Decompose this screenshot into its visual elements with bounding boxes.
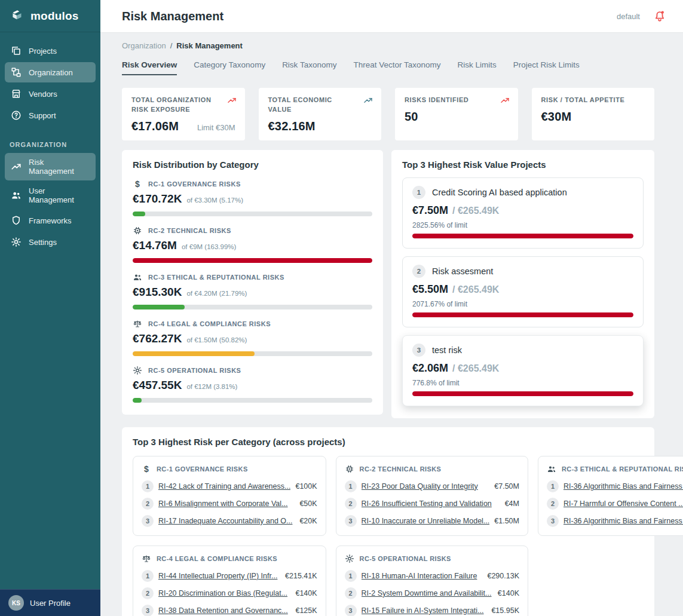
risk-row: 2 RI-7 Harmful or Offensive Content ... … [547,498,683,510]
risk-value: €50K [299,499,317,508]
rank-badge: 3 [412,344,425,357]
risk-link[interactable]: RI-38 Data Retention and Governanc... [158,606,290,615]
risk-link[interactable]: RI-2 System Downtime and Availabilit... [362,589,493,597]
sidebar-item-label: Projects [29,47,57,56]
stat-cards: TOTAL ORGANIZATION RISK EXPOSURE €17.06M… [122,88,654,140]
stat-value: €17.06M [131,119,179,133]
project-value: €5.50M [412,283,448,296]
rank-badge: 3 [345,605,357,616]
sidebar-item-label: Settings [29,238,57,247]
distribution-row-rc3: RC-3 ETHICAL & REPUTATIONAL RISKS €915.3… [133,272,372,309]
category-value: €14.76M [133,239,177,252]
risk-row: 2 RI-20 Discrimination or Bias (Regulat.… [142,587,317,599]
rank-badge: 3 [142,515,154,527]
risk-value: €1.50M [494,517,519,525]
rank-badge: 1 [345,480,357,492]
risk-link[interactable]: RI-17 Inadequate Accountability and O... [158,517,295,525]
scales-icon [142,554,151,563]
progress-fill [133,212,145,216]
distribution-row-rc4: RC-4 LEGAL & COMPLIANCE RISKS €762.27K o… [133,319,372,356]
sidebar-item-risk-management[interactable]: Risk Management [5,153,96,180]
panel-title: Top 3 Highest Risk per Category (across … [133,437,644,447]
app-logo[interactable]: modulos [0,0,100,32]
risk-row: 2 RI-2 System Downtime and Availabilit..… [345,587,519,599]
project-name: Risk assesment [432,266,493,276]
project-card-3[interactable]: 3 test risk €2.06M / €265.49K 776.8% of … [402,335,644,406]
support-icon [11,110,22,121]
primary-nav: Projects Organization Vendors Support [0,32,100,127]
breadcrumb-current: Risk Management [176,41,243,50]
rank-badge: 3 [547,515,559,527]
sidebar-item-support[interactable]: Support [5,105,96,125]
sidebar-item-label: User Management [29,186,90,204]
risk-link[interactable]: RI-20 Discrimination or Bias (Regulat... [158,589,290,597]
risk-row: 1 RI-23 Poor Data Quality or Integrity €… [345,480,519,492]
gear-icon [11,237,22,247]
risk-value: €125K [295,606,317,615]
sidebar-item-vendors[interactable]: Vendors [5,84,96,104]
risk-row: 1 RI-18 Human-AI Interaction Failure €29… [345,570,519,582]
category-label: RC-5 OPERATIONAL RISKS [148,367,241,374]
sidebar-item-organization[interactable]: Organization [5,62,96,82]
risk-row: 3 RI-17 Inadequate Accountability and O.… [142,515,317,527]
risk-row: 1 RI-44 Intellectual Property (IP) Infr.… [142,570,317,582]
stat-label: TOTAL ECONOMIC VALUE [268,96,372,115]
sidebar-item-frameworks[interactable]: Frameworks [5,210,96,231]
risk-link[interactable]: RI-36 Algorithmic Bias and Fairness I... [563,482,683,491]
risk-distribution-panel: Risk Distribution by Category $ RC-1 GOV… [122,150,383,415]
rank-badge: 3 [345,515,357,527]
tab-threat-vector-taxonomy[interactable]: Threat Vector Taxonomy [353,60,440,75]
risk-link[interactable]: RI-26 Insufficient Testing and Validatio… [362,499,500,508]
risk-link[interactable]: RI-42 Lack of Training and Awareness... [158,482,290,491]
organization-nav: Risk Management User Management Framewor… [0,153,100,253]
category-card-rc5: RC-5 OPERATIONAL RISKS 1 RI-18 Human-AI … [336,545,528,616]
tab-category-taxonomy[interactable]: Category Taxonomy [194,60,265,75]
progress-fill [133,351,255,356]
risk-link[interactable]: RI-18 Human-AI Interaction Failure [362,572,483,580]
stat-label: TOTAL ORGANIZATION RISK EXPOSURE [131,96,235,115]
sidebar-item-projects[interactable]: Projects [5,41,96,61]
progress-fill [412,391,633,396]
category-card-rc3: RC-3 ETHICAL & REPUTATIONAL RISKS 1 RI-3… [538,456,683,536]
progress-track [133,351,372,356]
risk-link[interactable]: RI-36 Algorithmic Bias and Fairness Is..… [563,517,683,525]
tab-risk-overview[interactable]: Risk Overview [122,60,177,75]
category-label: RC-1 GOVERNANCE RISKS [157,465,248,473]
risk-link[interactable]: RI-6 Misalignment with Corporate Val... [158,499,295,508]
risk-value: €20K [299,517,317,525]
progress-track [133,305,372,309]
progress-fill [133,398,142,403]
projects-icon [11,45,22,56]
risk-value: €15.95K [491,606,519,615]
risk-link[interactable]: RI-7 Harmful or Offensive Content ... [563,499,683,508]
risk-link[interactable]: RI-10 Inaccurate or Unreliable Model... [362,517,490,525]
rank-badge: 1 [345,570,357,582]
risk-link[interactable]: RI-15 Failure in AI-System Integrati... [362,606,487,615]
breadcrumb-organization[interactable]: Organization [122,41,166,50]
rank-badge: 2 [345,498,357,510]
sidebar-item-settings[interactable]: Settings [5,232,96,252]
tab-project-risk-limits[interactable]: Project Risk Limits [513,60,580,75]
bell-icon[interactable] [653,10,666,23]
category-label: RC-3 ETHICAL & REPUTATIONAL RISKS [148,274,284,281]
tab-risk-limits[interactable]: Risk Limits [458,60,497,75]
stat-card-risk-total-appetite: RISK / TOTAL APPETITE €30M [532,88,655,140]
risk-link[interactable]: RI-44 Intellectual Property (IP) Infr... [158,572,280,580]
stat-value: 50 [405,110,418,124]
stat-label: RISKS IDENTIFIED [405,96,509,105]
project-card-2[interactable]: 2 Risk assesment €5.50M / €265.49K 2071.… [402,256,644,327]
tab-risk-taxonomy[interactable]: Risk Taxonomy [282,60,336,75]
category-sub: of €3.30M (5.17%) [186,197,243,204]
risk-link[interactable]: RI-23 Poor Data Quality or Integrity [362,482,490,491]
top-projects-panel: Top 3 Highest Risk Value Projects 1 Cred… [391,150,654,418]
tab-bar: Risk Overview Category Taxonomy Risk Tax… [122,60,654,75]
project-card-1[interactable]: 1 Credit Scoring AI based application €7… [402,177,644,249]
stat-card-total-risk-exposure: TOTAL ORGANIZATION RISK EXPOSURE €17.06M… [122,88,245,140]
rank-badge: 2 [345,587,357,599]
panel-title: Risk Distribution by Category [133,160,372,170]
risk-value: €215.41K [285,572,317,580]
user-profile[interactable]: KS User Profile [0,589,100,616]
sidebar-item-user-management[interactable]: User Management [5,182,96,209]
stat-label: RISK / TOTAL APPETITE [541,96,645,105]
stat-card-total-economic-value: TOTAL ECONOMIC VALUE €32.16M [259,88,382,140]
